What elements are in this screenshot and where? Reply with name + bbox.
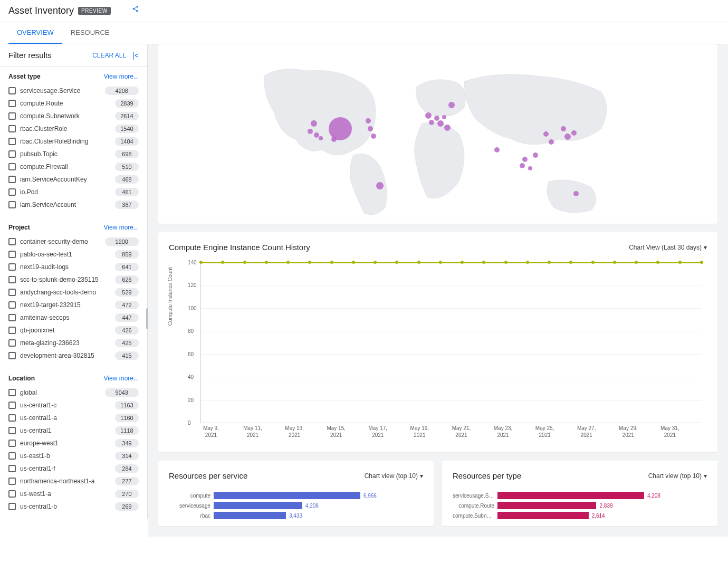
map-location-dot[interactable] — [543, 131, 549, 137]
map-location-dot[interactable] — [368, 126, 373, 131]
checkbox[interactable] — [8, 163, 16, 170]
bar-fill[interactable] — [214, 502, 302, 509]
map-location-dot[interactable] — [561, 126, 566, 131]
tab-overview[interactable]: OVERVIEW — [8, 22, 62, 44]
bar-fill[interactable] — [497, 492, 644, 499]
filter-row[interactable]: next19-target-232915472 — [8, 299, 139, 311]
data-point[interactable] — [265, 261, 268, 264]
data-point[interactable] — [504, 261, 507, 264]
checkbox[interactable] — [8, 465, 16, 472]
map-location-dot[interactable] — [448, 102, 455, 108]
map-location-dot[interactable] — [434, 116, 439, 121]
filter-row[interactable]: next19-audit-logs641 — [8, 261, 139, 273]
data-point[interactable] — [613, 261, 616, 264]
filter-row[interactable]: iam.ServiceAccount387 — [8, 198, 139, 211]
checkbox[interactable] — [8, 188, 16, 196]
filter-row[interactable]: us-west1-a270 — [8, 488, 139, 500]
filter-row[interactable]: serviceusage.Service4208 — [8, 84, 139, 97]
data-point[interactable] — [548, 261, 551, 264]
filter-row[interactable]: amiteinav-secops447 — [8, 311, 139, 324]
data-point[interactable] — [330, 261, 333, 264]
view-more-link[interactable]: View more... — [104, 73, 139, 80]
checkbox[interactable] — [8, 301, 16, 309]
checkbox[interactable] — [8, 289, 16, 296]
checkbox[interactable] — [8, 276, 16, 283]
data-point[interactable] — [678, 261, 682, 264]
filter-row[interactable]: scc-to-splunk-demo-235115626 — [8, 273, 139, 286]
checkbox[interactable] — [8, 201, 16, 208]
map-location-dot[interactable] — [571, 130, 577, 136]
checkbox[interactable] — [8, 389, 16, 396]
filter-row[interactable]: rbac.ClusterRole1540 — [8, 122, 139, 135]
share-icon[interactable] — [132, 5, 141, 16]
data-point[interactable] — [439, 261, 442, 264]
view-more-link[interactable]: View more... — [104, 375, 139, 382]
data-point[interactable] — [591, 261, 595, 264]
bar-fill[interactable] — [214, 492, 360, 499]
filter-row[interactable]: europe-west1349 — [8, 437, 139, 450]
data-point[interactable] — [286, 261, 290, 264]
map-location-dot[interactable] — [331, 137, 337, 142]
data-point[interactable] — [221, 261, 224, 264]
data-point[interactable] — [199, 261, 203, 264]
checkbox[interactable] — [8, 150, 16, 158]
filter-row[interactable]: pubsub.Topic698 — [8, 148, 139, 160]
filter-row[interactable]: northamerica-northeast1-a277 — [8, 475, 139, 488]
map-location-dot[interactable] — [311, 120, 317, 127]
map-location-dot[interactable] — [573, 191, 579, 196]
data-point[interactable] — [656, 261, 659, 264]
map-location-dot[interactable] — [494, 147, 500, 152]
checkbox[interactable] — [8, 452, 16, 460]
data-point[interactable] — [526, 261, 529, 264]
data-point[interactable] — [461, 261, 464, 264]
checkbox[interactable] — [8, 314, 16, 321]
bar-fill[interactable] — [497, 502, 596, 509]
map-location-dot[interactable] — [549, 139, 554, 145]
map-location-dot[interactable] — [376, 182, 384, 189]
map-location-dot[interactable] — [437, 120, 444, 127]
map-location-dot[interactable] — [522, 157, 528, 162]
data-point[interactable] — [482, 261, 485, 264]
map-location-dot[interactable] — [425, 112, 432, 119]
map-location-dot[interactable] — [520, 163, 525, 168]
filter-row[interactable]: rbac.ClusterRoleBinding1404 — [8, 135, 139, 148]
checkbox[interactable] — [8, 138, 16, 145]
map-location-dot[interactable] — [533, 152, 538, 158]
map-location-dot[interactable] — [429, 120, 434, 125]
filter-row[interactable]: global9043 — [8, 386, 139, 399]
filter-row[interactable]: us-central1-a1160 — [8, 412, 139, 424]
checkbox[interactable] — [8, 238, 16, 245]
map-location-dot[interactable] — [528, 166, 532, 170]
data-point[interactable] — [569, 261, 572, 264]
map-location-dot[interactable] — [329, 117, 352, 140]
chart-view-dropdown[interactable]: Chart View (Last 30 days) ▾ — [629, 244, 707, 251]
data-point[interactable] — [373, 261, 377, 264]
filter-row[interactable]: io.Pod461 — [8, 186, 139, 198]
filter-row[interactable]: us-central1-f284 — [8, 462, 139, 475]
map-location-dot[interactable] — [442, 115, 446, 119]
checkbox[interactable] — [8, 478, 16, 485]
map-location-dot[interactable] — [319, 136, 323, 140]
checkbox[interactable] — [8, 490, 16, 498]
map-location-dot[interactable] — [314, 132, 319, 138]
data-point[interactable] — [395, 261, 398, 264]
filter-row[interactable]: compute.Subnetwork2614 — [8, 110, 139, 122]
filter-row[interactable]: compute.Firewall510 — [8, 160, 139, 173]
bar-fill[interactable] — [214, 512, 286, 519]
checkbox[interactable] — [8, 352, 16, 359]
filter-row[interactable]: us-east1-b314 — [8, 450, 139, 462]
map-location-dot[interactable] — [366, 118, 371, 123]
data-point[interactable] — [243, 261, 246, 264]
map-location-dot[interactable] — [564, 133, 571, 140]
filter-row[interactable]: us-central1-c1163 — [8, 399, 139, 412]
checkbox[interactable] — [8, 251, 16, 258]
checkbox[interactable] — [8, 414, 16, 422]
data-point[interactable] — [700, 261, 703, 264]
map-location-dot[interactable] — [371, 133, 376, 139]
data-point[interactable] — [308, 261, 311, 264]
map-location-dot[interactable] — [308, 129, 313, 134]
checkbox[interactable] — [8, 263, 16, 271]
tab-resource[interactable]: RESOURCE — [62, 22, 118, 44]
data-point[interactable] — [352, 261, 355, 264]
filter-row[interactable]: compute.Route2839 — [8, 97, 139, 110]
